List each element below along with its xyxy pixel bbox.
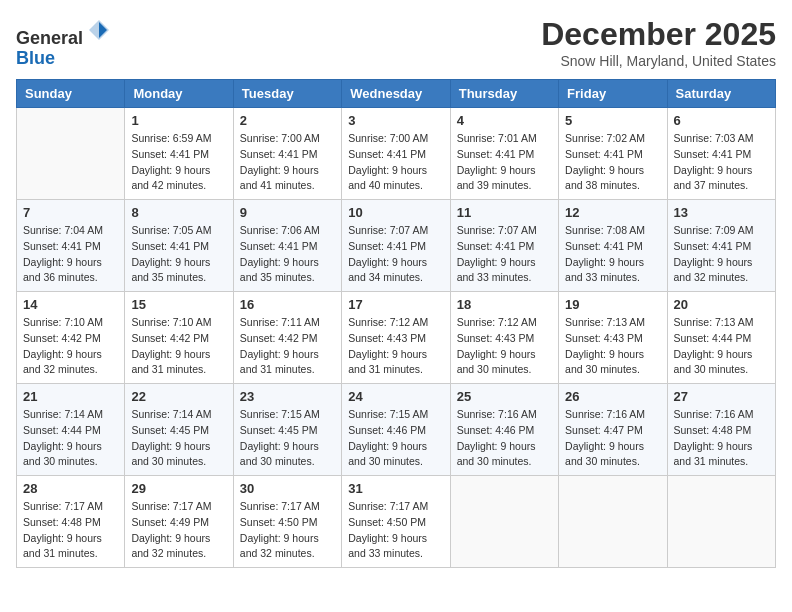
- day-info: Sunrise: 7:14 AMSunset: 4:44 PMDaylight:…: [23, 407, 118, 470]
- calendar-day-cell: 29Sunrise: 7:17 AMSunset: 4:49 PMDayligh…: [125, 476, 233, 568]
- day-info: Sunrise: 7:10 AMSunset: 4:42 PMDaylight:…: [23, 315, 118, 378]
- calendar-day-cell: 20Sunrise: 7:13 AMSunset: 4:44 PMDayligh…: [667, 292, 775, 384]
- day-number: 13: [674, 205, 769, 220]
- calendar-day-cell: 28Sunrise: 7:17 AMSunset: 4:48 PMDayligh…: [17, 476, 125, 568]
- day-number: 6: [674, 113, 769, 128]
- calendar-day-cell: 6Sunrise: 7:03 AMSunset: 4:41 PMDaylight…: [667, 108, 775, 200]
- day-number: 30: [240, 481, 335, 496]
- day-info: Sunrise: 7:08 AMSunset: 4:41 PMDaylight:…: [565, 223, 660, 286]
- calendar-day-cell: 8Sunrise: 7:05 AMSunset: 4:41 PMDaylight…: [125, 200, 233, 292]
- weekday-header-cell: Thursday: [450, 80, 558, 108]
- day-info: Sunrise: 7:16 AMSunset: 4:47 PMDaylight:…: [565, 407, 660, 470]
- weekday-header-cell: Monday: [125, 80, 233, 108]
- calendar-day-cell: 16Sunrise: 7:11 AMSunset: 4:42 PMDayligh…: [233, 292, 341, 384]
- calendar-day-cell: 26Sunrise: 7:16 AMSunset: 4:47 PMDayligh…: [559, 384, 667, 476]
- calendar-week-row: 1Sunrise: 6:59 AMSunset: 4:41 PMDaylight…: [17, 108, 776, 200]
- calendar-day-cell: 9Sunrise: 7:06 AMSunset: 4:41 PMDaylight…: [233, 200, 341, 292]
- weekday-header-cell: Tuesday: [233, 80, 341, 108]
- page-header: General Blue December 2025 Snow Hill, Ma…: [16, 16, 776, 69]
- day-number: 21: [23, 389, 118, 404]
- weekday-header-row: SundayMondayTuesdayWednesdayThursdayFrid…: [17, 80, 776, 108]
- calendar-day-cell: 7Sunrise: 7:04 AMSunset: 4:41 PMDaylight…: [17, 200, 125, 292]
- calendar-body: 1Sunrise: 6:59 AMSunset: 4:41 PMDaylight…: [17, 108, 776, 568]
- day-info: Sunrise: 7:12 AMSunset: 4:43 PMDaylight:…: [457, 315, 552, 378]
- calendar-day-cell: [17, 108, 125, 200]
- calendar-day-cell: 25Sunrise: 7:16 AMSunset: 4:46 PMDayligh…: [450, 384, 558, 476]
- day-info: Sunrise: 7:00 AMSunset: 4:41 PMDaylight:…: [348, 131, 443, 194]
- day-info: Sunrise: 7:03 AMSunset: 4:41 PMDaylight:…: [674, 131, 769, 194]
- day-info: Sunrise: 7:06 AMSunset: 4:41 PMDaylight:…: [240, 223, 335, 286]
- day-info: Sunrise: 7:02 AMSunset: 4:41 PMDaylight:…: [565, 131, 660, 194]
- day-info: Sunrise: 7:17 AMSunset: 4:48 PMDaylight:…: [23, 499, 118, 562]
- day-info: Sunrise: 7:00 AMSunset: 4:41 PMDaylight:…: [240, 131, 335, 194]
- calendar-table: SundayMondayTuesdayWednesdayThursdayFrid…: [16, 79, 776, 568]
- day-number: 29: [131, 481, 226, 496]
- day-number: 23: [240, 389, 335, 404]
- day-info: Sunrise: 7:04 AMSunset: 4:41 PMDaylight:…: [23, 223, 118, 286]
- logo: General Blue: [16, 16, 113, 69]
- calendar-day-cell: 13Sunrise: 7:09 AMSunset: 4:41 PMDayligh…: [667, 200, 775, 292]
- weekday-header-cell: Wednesday: [342, 80, 450, 108]
- calendar-day-cell: 18Sunrise: 7:12 AMSunset: 4:43 PMDayligh…: [450, 292, 558, 384]
- calendar-day-cell: 10Sunrise: 7:07 AMSunset: 4:41 PMDayligh…: [342, 200, 450, 292]
- day-number: 19: [565, 297, 660, 312]
- day-info: Sunrise: 7:01 AMSunset: 4:41 PMDaylight:…: [457, 131, 552, 194]
- calendar-day-cell: [450, 476, 558, 568]
- calendar-day-cell: 21Sunrise: 7:14 AMSunset: 4:44 PMDayligh…: [17, 384, 125, 476]
- calendar-day-cell: 5Sunrise: 7:02 AMSunset: 4:41 PMDaylight…: [559, 108, 667, 200]
- day-number: 24: [348, 389, 443, 404]
- weekday-header-cell: Sunday: [17, 80, 125, 108]
- day-info: Sunrise: 7:17 AMSunset: 4:49 PMDaylight:…: [131, 499, 226, 562]
- calendar-day-cell: 23Sunrise: 7:15 AMSunset: 4:45 PMDayligh…: [233, 384, 341, 476]
- day-number: 20: [674, 297, 769, 312]
- day-info: Sunrise: 7:12 AMSunset: 4:43 PMDaylight:…: [348, 315, 443, 378]
- month-title: December 2025: [541, 16, 776, 53]
- day-number: 2: [240, 113, 335, 128]
- day-number: 12: [565, 205, 660, 220]
- day-number: 27: [674, 389, 769, 404]
- calendar-day-cell: 17Sunrise: 7:12 AMSunset: 4:43 PMDayligh…: [342, 292, 450, 384]
- day-info: Sunrise: 7:17 AMSunset: 4:50 PMDaylight:…: [348, 499, 443, 562]
- day-number: 15: [131, 297, 226, 312]
- day-number: 9: [240, 205, 335, 220]
- calendar-day-cell: 4Sunrise: 7:01 AMSunset: 4:41 PMDaylight…: [450, 108, 558, 200]
- day-info: Sunrise: 7:15 AMSunset: 4:45 PMDaylight:…: [240, 407, 335, 470]
- calendar-day-cell: 19Sunrise: 7:13 AMSunset: 4:43 PMDayligh…: [559, 292, 667, 384]
- calendar-day-cell: 14Sunrise: 7:10 AMSunset: 4:42 PMDayligh…: [17, 292, 125, 384]
- day-number: 14: [23, 297, 118, 312]
- day-number: 25: [457, 389, 552, 404]
- day-info: Sunrise: 7:05 AMSunset: 4:41 PMDaylight:…: [131, 223, 226, 286]
- day-number: 5: [565, 113, 660, 128]
- calendar-day-cell: 30Sunrise: 7:17 AMSunset: 4:50 PMDayligh…: [233, 476, 341, 568]
- calendar-week-row: 7Sunrise: 7:04 AMSunset: 4:41 PMDaylight…: [17, 200, 776, 292]
- location-title: Snow Hill, Maryland, United States: [541, 53, 776, 69]
- day-number: 10: [348, 205, 443, 220]
- calendar-day-cell: 27Sunrise: 7:16 AMSunset: 4:48 PMDayligh…: [667, 384, 775, 476]
- calendar-day-cell: 24Sunrise: 7:15 AMSunset: 4:46 PMDayligh…: [342, 384, 450, 476]
- day-info: Sunrise: 7:17 AMSunset: 4:50 PMDaylight:…: [240, 499, 335, 562]
- day-info: Sunrise: 7:16 AMSunset: 4:48 PMDaylight:…: [674, 407, 769, 470]
- logo-icon: [85, 16, 113, 44]
- calendar-day-cell: [559, 476, 667, 568]
- day-number: 7: [23, 205, 118, 220]
- calendar-week-row: 21Sunrise: 7:14 AMSunset: 4:44 PMDayligh…: [17, 384, 776, 476]
- day-info: Sunrise: 7:13 AMSunset: 4:43 PMDaylight:…: [565, 315, 660, 378]
- calendar-week-row: 14Sunrise: 7:10 AMSunset: 4:42 PMDayligh…: [17, 292, 776, 384]
- calendar-week-row: 28Sunrise: 7:17 AMSunset: 4:48 PMDayligh…: [17, 476, 776, 568]
- day-number: 16: [240, 297, 335, 312]
- day-info: Sunrise: 7:15 AMSunset: 4:46 PMDaylight:…: [348, 407, 443, 470]
- day-info: Sunrise: 7:07 AMSunset: 4:41 PMDaylight:…: [457, 223, 552, 286]
- day-info: Sunrise: 7:13 AMSunset: 4:44 PMDaylight:…: [674, 315, 769, 378]
- calendar-day-cell: 1Sunrise: 6:59 AMSunset: 4:41 PMDaylight…: [125, 108, 233, 200]
- day-number: 11: [457, 205, 552, 220]
- calendar-day-cell: 31Sunrise: 7:17 AMSunset: 4:50 PMDayligh…: [342, 476, 450, 568]
- day-number: 3: [348, 113, 443, 128]
- day-number: 26: [565, 389, 660, 404]
- day-number: 18: [457, 297, 552, 312]
- calendar-day-cell: [667, 476, 775, 568]
- calendar-day-cell: 12Sunrise: 7:08 AMSunset: 4:41 PMDayligh…: [559, 200, 667, 292]
- weekday-header-cell: Saturday: [667, 80, 775, 108]
- calendar-day-cell: 2Sunrise: 7:00 AMSunset: 4:41 PMDaylight…: [233, 108, 341, 200]
- day-info: Sunrise: 7:09 AMSunset: 4:41 PMDaylight:…: [674, 223, 769, 286]
- day-number: 31: [348, 481, 443, 496]
